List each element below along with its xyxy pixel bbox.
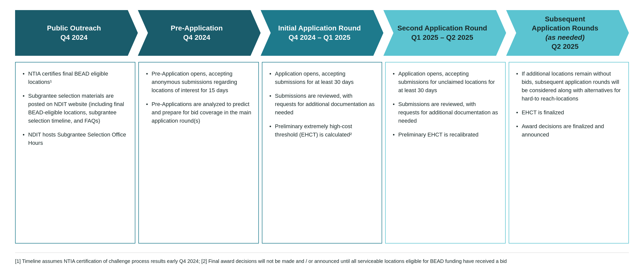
arrow-pre-application-title: Pre-Application Q4 2024 xyxy=(171,24,223,42)
card-public-outreach: NTIA certifies final BEAD eligible locat… xyxy=(15,62,135,244)
list-item: NDIT hosts Subgrantee Selection Office H… xyxy=(23,130,128,147)
card-public-outreach-list: NTIA certifies final BEAD eligible locat… xyxy=(23,70,128,147)
arrow-public-outreach: Public Outreach Q4 2024 xyxy=(15,10,138,56)
card-pre-application-list: Pre-Application opens, accepting anonymo… xyxy=(146,70,251,125)
list-item: If additional locations remain without b… xyxy=(516,70,621,103)
list-item: Pre-Application opens, accepting anonymo… xyxy=(146,70,251,94)
arrows-row: Public Outreach Q4 2024 Pre-Application … xyxy=(15,10,629,56)
list-item: Submissions are reviewed, with requests … xyxy=(393,100,498,125)
card-subsequent-application: If additional locations remain without b… xyxy=(509,62,629,244)
cards-row: NTIA certifies final BEAD eligible locat… xyxy=(15,62,629,244)
list-item: EHCT is finalized xyxy=(516,108,621,117)
list-item: NTIA certifies final BEAD eligible locat… xyxy=(23,70,128,86)
card-initial-application: Application opens, accepting submissions… xyxy=(262,62,382,244)
arrow-pre-application: Pre-Application Q4 2024 xyxy=(138,10,261,56)
timeline-container: Public Outreach Q4 2024 Pre-Application … xyxy=(15,10,629,265)
arrow-second-application-title: Second Application Round Q1 2025 – Q2 20… xyxy=(397,24,487,42)
arrow-subsequent-application-title: SubsequentApplication Rounds(as needed)Q… xyxy=(532,15,598,51)
list-item: Preliminary EHCT is recalibrated xyxy=(393,130,498,139)
card-subsequent-application-list: If additional locations remain without b… xyxy=(516,70,621,139)
arrow-public-outreach-title: Public Outreach Q4 2024 xyxy=(47,24,101,42)
arrow-initial-application: Initial Application Round Q4 2024 – Q1 2… xyxy=(261,10,383,56)
list-item: Award decisions are finalized and announ… xyxy=(516,122,621,139)
arrow-initial-application-title: Initial Application Round Q4 2024 – Q1 2… xyxy=(278,24,361,42)
footnote: [1] Timeline assumes NTIA certification … xyxy=(15,253,629,265)
card-initial-application-list: Application opens, accepting submissions… xyxy=(269,70,375,139)
arrow-second-application: Second Application Round Q1 2025 – Q2 20… xyxy=(383,10,506,56)
arrow-subsequent-application: SubsequentApplication Rounds(as needed)Q… xyxy=(506,10,629,56)
card-second-application: Application opens, accepting submissions… xyxy=(385,62,505,244)
list-item: Preliminary extremely high-cost threshol… xyxy=(269,122,375,139)
list-item: Pre-Applications are analyzed to predict… xyxy=(146,100,251,125)
card-second-application-list: Application opens, accepting submissions… xyxy=(393,70,498,139)
list-item: Application opens, accepting submissions… xyxy=(269,70,375,86)
card-pre-application: Pre-Application opens, accepting anonymo… xyxy=(138,62,259,244)
list-item: Subgrantee selection materials are poste… xyxy=(23,92,128,125)
list-item: Application opens, accepting submissions… xyxy=(393,70,498,94)
list-item: Submissions are reviewed, with requests … xyxy=(269,92,375,117)
